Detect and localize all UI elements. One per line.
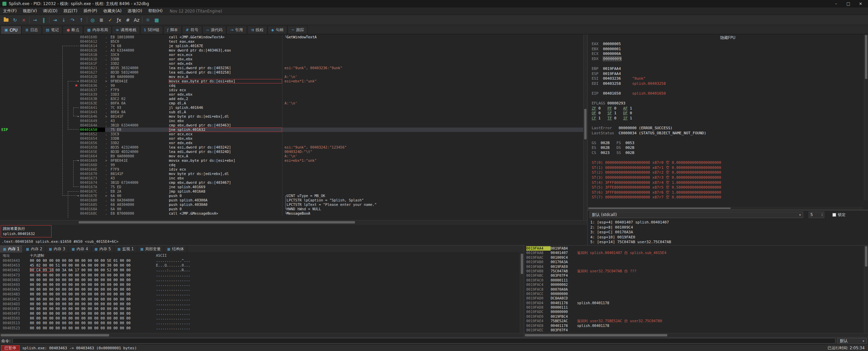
tab-references[interactable]: →引用 — [226, 26, 246, 34]
tab-threads[interactable]: ⇉线程 — [247, 26, 267, 34]
scrollbar-thumb[interactable] — [1, 334, 109, 336]
disasm-row-00401649[interactable]: 00401649.43inc ebx — [0, 119, 583, 123]
breakpoint-dot[interactable] — [75, 84, 77, 86]
stack-row-0019FADC[interactable]: 0019FADC00000000 — [526, 310, 868, 314]
disasm-row-00401650[interactable]: 0040165075 E0jne splish.401632 — [0, 128, 583, 132]
disasm-row-0040167E[interactable]: 0040167E>6A 00push 0┌UINT uType = MB_OK — [0, 194, 583, 198]
stack-row-0019FAB4[interactable]: 0019FAB40019FAE0 — [526, 265, 868, 269]
scrollbar-thumb[interactable] — [865, 35, 867, 79]
register-line[interactable]: OF 0 SF 1 DF 0 — [592, 111, 863, 116]
disasm-row-0040161B[interactable]: 0040161B.33C9xor ecx,ecx — [0, 53, 583, 57]
register-line[interactable] — [592, 121, 863, 126]
dump-row-00403523[interactable]: 0040352300 00 00 00 00 00 00 00 00 00 00… — [3, 326, 524, 330]
menu-item-7[interactable]: 选项(O) — [124, 8, 145, 14]
register-line[interactable]: EIP 00401650 splish.00401650 — [592, 91, 863, 96]
step-into-button[interactable]: ↓ — [59, 16, 68, 24]
argument-4[interactable]: 4: [esp+10] 0019FAE0 — [590, 235, 868, 240]
register-line[interactable]: ST(5) 3FFE8000000000000000 x87r5 空 0.500… — [592, 185, 863, 190]
dump-row-004034E3[interactable]: 004034E300 00 00 00 00 00 00 00 00 00 00… — [3, 306, 524, 311]
disasm-row-00401636[interactable]: 00401636.99cdq — [0, 83, 583, 88]
register-line[interactable]: EAX 00000005 — [592, 42, 863, 47]
tab-call-stack[interactable]: ≡调用堆栈 — [112, 26, 140, 34]
disasm-row-0040160D[interactable]: 0040160D.E8 18010000call <JMP.&GetWindow… — [0, 35, 583, 39]
register-line[interactable]: ST(7) 00000000000000000000 x87r7 空 0.000… — [592, 195, 863, 200]
stack-vertical-scrollbar[interactable] — [864, 246, 868, 333]
dump-vertical-scrollbar[interactable] — [520, 253, 524, 333]
argument-2[interactable]: 2: [esp+8] 001009C4 — [590, 225, 868, 230]
tab-log[interactable]: ≣日志 — [22, 26, 42, 34]
stack-row-0019FAE0[interactable]: 0019FAE00019FBC4 — [526, 314, 868, 319]
scrollbar-thumb[interactable] — [79, 221, 355, 223]
register-line[interactable]: EDI 00403258 splish.00403258 — [592, 81, 863, 86]
disasm-row-00401685[interactable]: 00401685.68 A0304000push splish.4030A0│L… — [0, 202, 583, 207]
dump-row-00403513[interactable]: 0040351300 00 00 00 00 00 00 00 00 00 00… — [3, 320, 524, 325]
register-line[interactable] — [592, 96, 863, 101]
disasm-row-0040164A[interactable]: 0040164A.3B1D 63344000cmp ebx,dword ptr … — [0, 123, 583, 128]
register-line[interactable]: CS 0023 SS 002B — [592, 151, 863, 156]
disasm-row-0040161D[interactable]: 0040161D.33DBxor ebx,ebx — [0, 57, 583, 61]
tab-memory-1[interactable]: ▦内存 1 — [0, 246, 23, 253]
disasm-row-00401639[interactable]: 00401639.33D3xor edx,ebx — [0, 92, 583, 97]
registers-view[interactable]: EAX 00000005EBX 00000001ECX 0000000AEDX … — [588, 41, 868, 207]
register-line[interactable]: ST(1) 00000000000000000000 x87r1 空 0.000… — [592, 165, 863, 171]
hash-button[interactable]: # — [123, 16, 132, 24]
close-button[interactable]: × — [19, 16, 28, 24]
register-line[interactable]: ZF 0 PF 0 AF 1 — [592, 106, 863, 111]
disasm-row-00401656[interactable]: 00401656.33D2xor edx,edx — [0, 141, 583, 145]
patch-button[interactable]: ✓ — [106, 16, 115, 24]
register-line[interactable]: EBX 00000001 — [592, 47, 863, 52]
scrollbar-thumb[interactable] — [525, 334, 667, 336]
disasm-row-00401674[interactable]: 00401674.3B1D 67344000cmp ebx,dword ptr … — [0, 180, 583, 185]
disasm-row-0040166D[interactable]: 0040166D.99cdq — [0, 163, 583, 167]
cpu-button[interactable]: ▦ — [152, 16, 161, 24]
restart-button[interactable]: ↻ — [11, 16, 19, 24]
stack-horizontal-scrollbar[interactable] — [524, 333, 868, 337]
tab-memory-5[interactable]: ▦内存 5 — [92, 246, 114, 253]
maximize-button[interactable]: □ — [842, 0, 854, 7]
fx-button[interactable]: ƒx — [115, 16, 123, 24]
tab-seh[interactable]: §SEH链 — [140, 26, 163, 34]
registers-horizontal-scrollbar[interactable] — [588, 207, 863, 210]
register-line[interactable]: GS 002B FS 0053 — [592, 141, 863, 146]
pause-button[interactable]: ‖ — [39, 16, 48, 24]
tab-handles[interactable]: ◈句柄 — [268, 26, 287, 34]
argument-5[interactable]: 5: [esp+14] 75C047AB user32.75C047AB — [590, 240, 868, 245]
disasm-row-00401670[interactable]: 00401670.88141Fmov byte ptr ds:[edi+ebx]… — [0, 172, 583, 176]
register-line[interactable]: ST(0) 00000000000000000000 x87r0 空 0.000… — [592, 160, 863, 165]
menu-item-5[interactable]: 插件(P) — [80, 8, 100, 14]
register-line[interactable] — [592, 86, 863, 91]
registers-vertical-scrollbar[interactable] — [864, 34, 868, 200]
argument-count-spinner[interactable]: 5 ▴▾ — [809, 212, 824, 218]
menu-item-6[interactable]: 收藏夹(A) — [100, 8, 125, 14]
stack-row-0019FAB0[interactable]: 0019FAB000170A3A — [526, 260, 868, 264]
disasm-row-00401616[interactable]: 00401616.A3 63344000mov dword ptr ds:[40… — [0, 48, 583, 53]
register-line[interactable] — [592, 156, 863, 161]
spinner-arrows-icon[interactable]: ▴▾ — [822, 213, 823, 217]
tab-source[interactable]: ‹›源代码 — [202, 26, 226, 34]
stack-view[interactable]: 0019FAA40019FAB40019FAA800401407返回到 spli… — [524, 246, 868, 333]
dump-row-004034B3[interactable]: 004034B300 00 00 00 00 00 00 00 00 00 00… — [3, 292, 524, 296]
register-line[interactable]: EDX 00000009 — [592, 57, 863, 62]
disasm-horizontal-scrollbar[interactable] — [0, 220, 587, 224]
disasm-row-00401621[interactable]: 00401621.8D35 36324000lea esi,dword ptr … — [0, 66, 583, 70]
dump-row-004034A3[interactable]: 004034A300 00 00 00 00 00 00 00 00 00 00… — [3, 287, 524, 292]
disasm-row-00401658[interactable]: 00401658.8D35 42324000lea esi,dword ptr … — [0, 145, 583, 150]
disasm-row-00401669[interactable]: 00401669>0FBE041Emovsx eax,byte ptr ds:[… — [0, 158, 583, 163]
register-line[interactable]: ST(6) 3FFF8000000000000000 x87r6 空 1.000… — [592, 190, 863, 195]
disasm-row-00401632[interactable]: 00401632>0FBE041Emovsx eax,byte ptr ds:[… — [0, 79, 583, 83]
strings-button[interactable]: Az — [132, 16, 141, 24]
menu-item-2[interactable]: 视图(V) — [20, 8, 40, 14]
dump-row-00403493[interactable]: 0040349300 00 00 00 00 00 00 00 00 00 00… — [3, 282, 524, 287]
disasm-row-00401637[interactable]: 00401637.F7F9idiv ecx — [0, 88, 583, 92]
stack-row-0019FAEC[interactable]: 0019FAEC003F07F4 — [526, 328, 868, 332]
stack-row-0019FAC8[interactable]: 0019FAC800070A0A — [526, 287, 868, 292]
disasm-vertical-scrollbar[interactable] — [583, 34, 587, 220]
argument-1[interactable]: 1: [esp+4] 00401407 splish.00401407 — [590, 220, 868, 225]
lock-checkbox[interactable] — [832, 213, 836, 217]
disasm-row-00401643[interactable]: 00401643.80EA 0Asub dl,A — [0, 110, 583, 114]
execute-till-return-button[interactable]: ↑ — [77, 16, 86, 24]
register-line[interactable]: ESP 0019FAA4 — [592, 72, 863, 77]
close-button[interactable]: × — [854, 0, 867, 7]
stack-row-0019FABC[interactable]: 0019FABC003F07F4 — [526, 273, 868, 278]
open-file-button[interactable] — [2, 16, 11, 24]
